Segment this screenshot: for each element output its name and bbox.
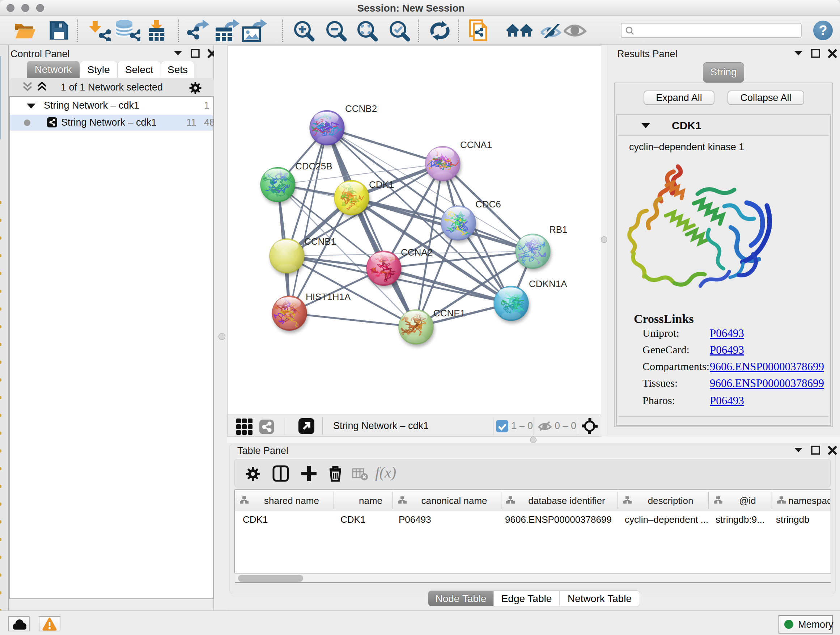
svg-text:CDK1: CDK1 — [369, 179, 394, 190]
svg-text:RB1: RB1 — [549, 224, 568, 235]
svg-text:CDKN1A: CDKN1A — [529, 279, 567, 289]
svg-text:CCNB2: CCNB2 — [345, 103, 377, 114]
svg-text:HIST1H1A: HIST1H1A — [306, 291, 351, 302]
svg-text:CDC25B: CDC25B — [295, 161, 332, 172]
svg-text:CCNB1: CCNB1 — [304, 236, 336, 247]
svg-text:CCNA1: CCNA1 — [460, 139, 492, 150]
svg-text:CCNE1: CCNE1 — [433, 308, 465, 318]
svg-text:CCNA2: CCNA2 — [401, 247, 433, 258]
svg-text:CDC6: CDC6 — [475, 199, 501, 210]
